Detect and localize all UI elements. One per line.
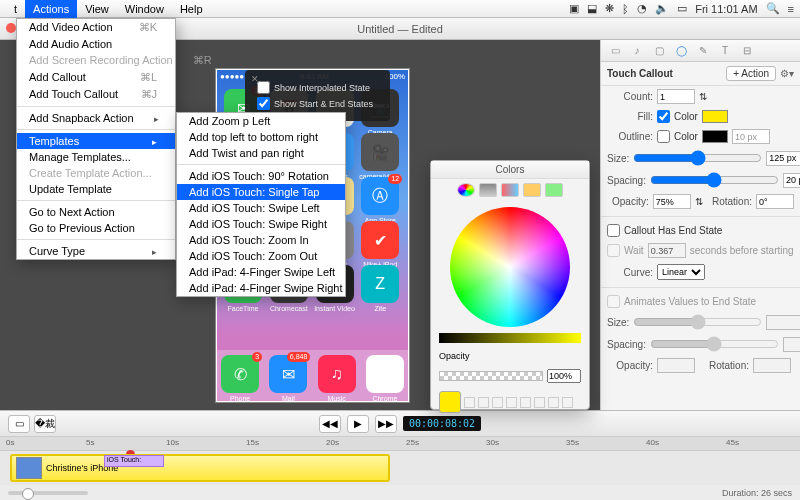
- inspector-tab-video-icon[interactable]: ▭: [607, 44, 623, 58]
- menu-item[interactable]: Add iOS Touch: Single Tap: [177, 184, 345, 200]
- saved-swatch[interactable]: [534, 397, 545, 408]
- opacity-field[interactable]: [653, 194, 691, 209]
- menu-item[interactable]: Add Zoom p Left: [177, 113, 345, 129]
- outline-size-field[interactable]: [732, 129, 770, 144]
- saved-swatch[interactable]: [478, 397, 489, 408]
- wifi-icon[interactable]: ◔: [637, 2, 647, 15]
- menu-item[interactable]: Add Audio Action: [17, 36, 175, 52]
- color-wheel-tab-icon[interactable]: [457, 183, 475, 197]
- timeline-ruler[interactable]: 0s5s10s15s20s25s30s35s40s45s: [0, 437, 800, 451]
- inspector-tab-screen-icon[interactable]: ▢: [651, 44, 667, 58]
- inspector-tab-timeline-icon[interactable]: ⊟: [739, 44, 755, 58]
- actions-dropdown[interactable]: Add Video Action⌘KAdd Audio ActionAdd Sc…: [16, 18, 176, 260]
- inspector-tab-callout-icon[interactable]: ◯: [673, 44, 689, 58]
- outline-color-well[interactable]: [702, 130, 728, 143]
- color-palettes-tab-icon[interactable]: [501, 183, 519, 197]
- menu-item[interactable]: Templates: [17, 133, 175, 149]
- fill-enable-checkbox[interactable]: [657, 110, 670, 123]
- notification-center-icon[interactable]: ≡: [788, 3, 794, 15]
- menu-item[interactable]: Add iPad: 4-Finger Swipe Right: [177, 280, 345, 296]
- menu-item[interactable]: Add iOS Touch: Swipe Right: [177, 216, 345, 232]
- templates-submenu[interactable]: Add Zoom p LeftAdd top left to bottom ri…: [176, 112, 346, 297]
- opacity-stepper[interactable]: ⇅: [695, 196, 703, 207]
- battery-icon[interactable]: ▭: [677, 2, 687, 15]
- colors-panel[interactable]: Colors Opacity: [430, 160, 590, 410]
- color-sliders-tab-icon[interactable]: [479, 183, 497, 197]
- menu-help[interactable]: Help: [172, 0, 211, 18]
- brightness-slider[interactable]: [439, 333, 581, 343]
- spacing-slider[interactable]: [650, 172, 779, 188]
- app-icon-phone[interactable]: ✆3Phone: [221, 355, 259, 393]
- menu-item[interactable]: Add iOS Touch: Zoom In: [177, 232, 345, 248]
- spacing-field[interactable]: [783, 173, 800, 188]
- crop-tool-button[interactable]: ▭: [8, 415, 30, 433]
- show-interpolated-checkbox[interactable]: Show Interpolated State: [257, 81, 384, 94]
- saved-swatch[interactable]: [562, 397, 573, 408]
- curve-select[interactable]: Linear: [657, 264, 705, 280]
- action-segment[interactable]: iOS Touch:: [104, 455, 164, 467]
- count-field[interactable]: [657, 89, 695, 104]
- inspector-tab-annotation-icon[interactable]: ✎: [695, 44, 711, 58]
- app-icon-nike-ipod[interactable]: ✔Nike+ iPod: [361, 221, 399, 259]
- dropbox-icon[interactable]: ⬓: [587, 2, 597, 15]
- saved-swatch[interactable]: [464, 397, 475, 408]
- inspector-tab-text-icon[interactable]: T: [717, 44, 733, 58]
- menu-item[interactable]: Add iPad: 4-Finger Swipe Left: [177, 264, 345, 280]
- opacity-slider[interactable]: [439, 371, 543, 381]
- menu-item[interactable]: Add Video Action⌘K: [17, 19, 175, 36]
- app-icon-zite[interactable]: ZZite: [361, 265, 399, 303]
- inspector-tab-audio-icon[interactable]: ♪: [629, 44, 645, 58]
- inspector-gear-icon[interactable]: ⚙▾: [780, 68, 794, 79]
- timeline-track[interactable]: Christine's iPhone iOS Touch:: [0, 451, 800, 485]
- menu-item[interactable]: Add Twist and pan right: [177, 145, 345, 161]
- rotation-field[interactable]: [756, 194, 794, 209]
- evernote-icon[interactable]: ❋: [605, 2, 614, 15]
- show-start-end-checkbox[interactable]: Show Start & End States: [257, 97, 384, 110]
- menu-item[interactable]: Update Template: [17, 181, 175, 197]
- color-pencils-tab-icon[interactable]: [545, 183, 563, 197]
- inspector-tabbar[interactable]: ▭ ♪ ▢ ◯ ✎ T ⊟: [601, 40, 800, 62]
- close-window-button[interactable]: [6, 23, 16, 33]
- menu-item[interactable]: Curve Type: [17, 243, 175, 259]
- saved-swatch[interactable]: [548, 397, 559, 408]
- has-end-state-checkbox[interactable]: [607, 224, 620, 237]
- app-icon-camera-video[interactable]: 🎥camera/video: [361, 133, 399, 171]
- size-field[interactable]: [766, 151, 800, 166]
- spotlight-icon[interactable]: 🔍: [766, 2, 780, 15]
- outline-enable-checkbox[interactable]: [657, 130, 670, 143]
- rewind-button[interactable]: ◀◀: [319, 415, 341, 433]
- show-start-end-input[interactable]: [257, 97, 270, 110]
- app-icon-mail[interactable]: ✉6,848Mail: [269, 355, 307, 393]
- current-color-swatch[interactable]: [439, 391, 461, 413]
- menu-actions[interactable]: Actions: [25, 0, 77, 18]
- opacity-value-field[interactable]: [547, 369, 581, 383]
- menu-item[interactable]: Add Snapback Action: [17, 110, 175, 126]
- play-button[interactable]: ▶: [347, 415, 369, 433]
- size-slider[interactable]: [633, 150, 762, 166]
- menu-item[interactable]: Manage Templates...: [17, 149, 175, 165]
- close-overlay-icon[interactable]: ✕: [251, 74, 259, 84]
- menu-item[interactable]: Add Touch Callout⌘J: [17, 86, 175, 103]
- menu-view[interactable]: View: [77, 0, 117, 18]
- trim-tool-button[interactable]: �裁: [34, 415, 56, 433]
- menu-window[interactable]: Window: [117, 0, 172, 18]
- color-spectrum-tab-icon[interactable]: [523, 183, 541, 197]
- bluetooth-icon[interactable]: ᛒ: [622, 3, 629, 15]
- app-icon-app-store[interactable]: Ⓐ12App Store: [361, 177, 399, 215]
- menu-item[interactable]: Add iOS Touch: 90° Rotation: [177, 168, 345, 184]
- volume-icon[interactable]: 🔈: [655, 2, 669, 15]
- zoom-slider[interactable]: [8, 491, 88, 495]
- menu-app[interactable]: t: [6, 0, 25, 18]
- menu-item[interactable]: Add Callout⌘L: [17, 69, 175, 86]
- menu-item[interactable]: Add iOS Touch: Swipe Left: [177, 200, 345, 216]
- clock[interactable]: Fri 11:01 AM: [695, 3, 757, 15]
- saved-swatch[interactable]: [520, 397, 531, 408]
- forward-button[interactable]: ▶▶: [375, 415, 397, 433]
- video-clip[interactable]: Christine's iPhone iOS Touch:: [10, 454, 390, 482]
- screen-record-icon[interactable]: ▣: [569, 2, 579, 15]
- menu-item[interactable]: Go to Next Action: [17, 204, 175, 220]
- menu-item[interactable]: Go to Previous Action: [17, 220, 175, 236]
- saved-swatch[interactable]: [506, 397, 517, 408]
- saved-swatch[interactable]: [492, 397, 503, 408]
- colors-mode-tabs[interactable]: [431, 179, 589, 201]
